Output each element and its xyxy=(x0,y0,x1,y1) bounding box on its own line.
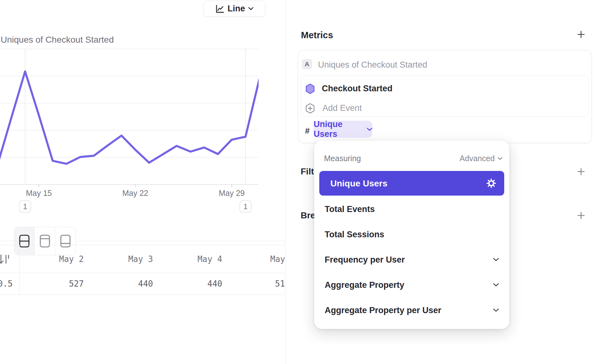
x-tick-label: May 29 xyxy=(219,189,245,197)
data-table: 0.5 May 2527May 3440May 4440May 5510 xyxy=(0,245,285,295)
table-header-may-3[interactable]: May 3 xyxy=(128,245,153,273)
metrics-panel: Metrics A Uniques of Checkout Started Ch… xyxy=(285,0,600,364)
metric-card-a: A Uniques of Checkout Started Checkout S… xyxy=(298,50,592,143)
menu-item-unique-users-selected[interactable]: Unique Users xyxy=(319,171,504,196)
menu-item-label: Frequency per User xyxy=(325,255,405,265)
table-header-may-4[interactable]: May 4 xyxy=(198,245,222,273)
gear-icon[interactable] xyxy=(486,178,497,189)
chart-type-label: Line xyxy=(228,4,245,14)
selected-item-label: Unique Users xyxy=(330,179,388,189)
measure-prefix: # xyxy=(305,126,309,136)
menu-item-aggregate-property[interactable]: Aggregate Property xyxy=(314,272,509,298)
series-line xyxy=(0,71,259,165)
table-row-label: 0.5 xyxy=(0,273,13,294)
menu-item-aggregate-property-per-user[interactable]: Aggregate Property per User xyxy=(314,298,509,323)
annotation-badge-label: 1 xyxy=(243,202,248,211)
chevron-down-icon xyxy=(248,7,254,10)
chevron-down-icon xyxy=(367,128,372,131)
menu-item-label: Aggregate Property per User xyxy=(325,306,441,315)
chart-title: Uniques of Checkout Started xyxy=(1,35,114,45)
chart-type-button[interactable]: Line xyxy=(203,1,265,17)
measure-pill-label: Unique Users xyxy=(314,119,364,139)
add-event-label: Add Event xyxy=(322,103,362,113)
chevron-down-icon xyxy=(493,308,499,312)
event-row-checkout-started[interactable]: Checkout Started xyxy=(301,78,589,99)
measuring-dropdown: Measuring Advanced Unique Users xyxy=(314,141,509,329)
table-cell: 510 xyxy=(275,273,285,294)
menu-item-label: Total Events xyxy=(325,204,375,214)
menu-item-label: Aggregate Property xyxy=(325,280,404,290)
table-header-may-5[interactable]: May 5 xyxy=(270,245,285,273)
chart-panel: Uniques of Checkout Started Line 11May 1… xyxy=(0,0,285,364)
menu-item-total-sessions[interactable]: Total Sessions xyxy=(314,222,509,247)
table-cell: 440 xyxy=(207,273,222,294)
metric-letter-badge: A xyxy=(302,59,312,69)
measure-pill-button[interactable]: Unique Users xyxy=(314,121,372,138)
sort-descending-icon[interactable] xyxy=(0,253,11,266)
add-event-row[interactable]: Add Event xyxy=(301,98,589,118)
menu-item-frequency-per-user[interactable]: Frequency per User xyxy=(314,247,509,272)
metrics-panel-title: Metrics xyxy=(301,30,333,40)
chevron-down-icon xyxy=(493,283,499,287)
x-tick-label: May 22 xyxy=(122,189,148,197)
table-cell: 527 xyxy=(69,273,84,294)
add-filter-plus-icon[interactable] xyxy=(577,167,585,176)
table-column-divider xyxy=(19,245,20,294)
advanced-selector[interactable]: Advanced xyxy=(460,154,503,163)
chevron-down-icon xyxy=(493,258,499,262)
annotation-badge-label: 1 xyxy=(23,202,27,211)
hexagon-plus-icon xyxy=(305,103,315,114)
table-row-divider xyxy=(0,294,285,295)
advanced-label: Advanced xyxy=(460,154,495,163)
metric-name: Uniques of Checkout Started xyxy=(318,60,427,70)
event-name: Checkout Started xyxy=(322,84,393,94)
line-chart: 11May 15May 22May 29 xyxy=(0,47,285,218)
line-chart-icon xyxy=(215,4,224,14)
chevron-down-icon xyxy=(498,157,503,160)
add-metric-plus-icon[interactable] xyxy=(577,30,585,39)
table-cell: 440 xyxy=(138,273,153,294)
menu-item-total-events[interactable]: Total Events xyxy=(314,197,509,222)
add-breakdown-plus-icon[interactable] xyxy=(577,211,585,220)
hexagon-event-icon xyxy=(305,83,315,94)
x-tick-label: May 15 xyxy=(26,189,52,197)
menu-item-label: Total Sessions xyxy=(325,230,384,240)
measuring-label: Measuring xyxy=(324,154,361,163)
table-header-may-2[interactable]: May 2 xyxy=(59,245,84,273)
event-card: Checkout Started Add Event xyxy=(301,76,589,117)
